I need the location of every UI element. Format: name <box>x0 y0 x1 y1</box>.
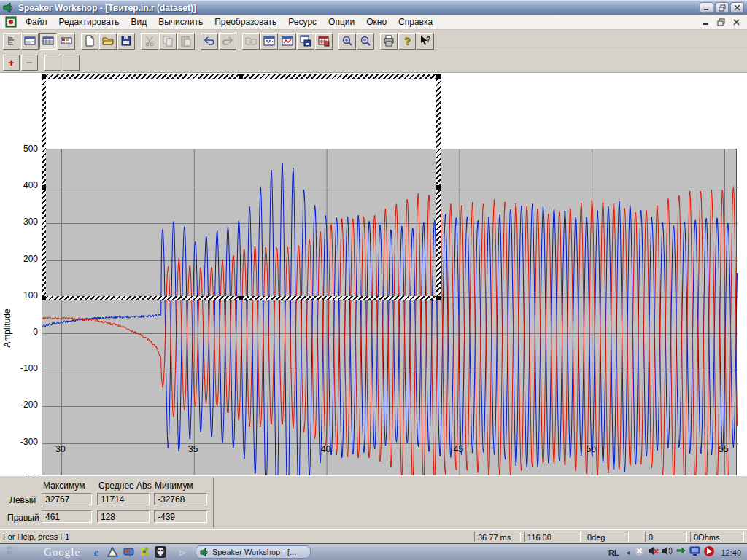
open-folder-icon <box>102 35 114 47</box>
stats-row-right-label: Правый <box>7 513 39 523</box>
selection-handle-sw[interactable] <box>42 296 46 300</box>
tray-display-icon[interactable] <box>689 545 700 559</box>
new-button[interactable] <box>81 33 98 50</box>
left-max-value: 32767 <box>42 493 92 505</box>
outline-view-button[interactable] <box>3 33 20 50</box>
export-chart-button[interactable] <box>315 33 333 50</box>
google-toolbar-label[interactable]: Google <box>44 546 80 559</box>
add-button[interactable]: + <box>3 55 20 71</box>
mdi-close-button[interactable] <box>729 16 743 28</box>
print-icon <box>383 35 395 47</box>
tray-offline-icon[interactable] <box>634 545 645 559</box>
dataset-document-icon[interactable] <box>5 16 17 28</box>
grid-view-button[interactable] <box>39 33 57 50</box>
copy-button[interactable] <box>159 33 177 50</box>
menu-calculate[interactable]: Вычислить <box>152 15 209 28</box>
y-tick-label: 500 <box>12 144 38 154</box>
redo-arrow-icon <box>222 35 233 47</box>
close-button[interactable] <box>730 2 744 13</box>
help-button[interactable]: ? <box>398 33 416 50</box>
save-floppy-icon <box>120 35 132 47</box>
y-tick-label: -300 <box>12 437 38 447</box>
open-button[interactable] <box>99 33 117 50</box>
blank-button-1[interactable] <box>44 55 61 71</box>
help-question-icon: ? <box>404 35 411 47</box>
dataset-view-button[interactable] <box>21 33 39 50</box>
cells-view-button[interactable] <box>58 33 75 50</box>
paste-clipboard-icon <box>180 35 192 47</box>
menu-help[interactable]: Справка <box>392 15 438 28</box>
tray-sync-icon[interactable] <box>676 545 686 559</box>
paste-button[interactable] <box>177 33 195 50</box>
zoom-out-button[interactable] <box>357 33 374 50</box>
delta-triangle-icon[interactable] <box>107 546 118 558</box>
tray-chevron-icon[interactable]: ◄ <box>625 549 632 556</box>
restore-button[interactable] <box>715 2 729 13</box>
selection-handle-se[interactable] <box>436 296 441 300</box>
status-value-pane: 116.00 <box>524 532 581 542</box>
selection-handle-n[interactable] <box>239 74 243 79</box>
y-axis-title: Amplitude <box>2 305 12 351</box>
plot-area[interactable] <box>42 149 737 516</box>
tray-muted-speaker-icon[interactable] <box>648 545 659 559</box>
task-button-label: Speaker Workshop - [... <box>212 548 296 556</box>
toolbar-overflow-arrow[interactable]: ▷ <box>179 548 185 556</box>
task-speaker-icon <box>200 548 209 557</box>
selection-handle-s[interactable] <box>239 296 243 300</box>
blank-button-2[interactable] <box>63 55 80 71</box>
new-document-icon <box>84 35 96 47</box>
undo-button[interactable] <box>201 33 218 50</box>
menu-window[interactable]: Окно <box>360 15 392 28</box>
chart-line-button[interactable] <box>279 33 296 50</box>
menu-options[interactable]: Опции <box>322 15 360 28</box>
screen: Speaker Workshop - [Твитер.in.r (dataset… <box>0 0 747 560</box>
copy-icon <box>162 35 174 47</box>
x-tick-label: 35 <box>179 444 208 454</box>
taskbar-clock[interactable]: 12:40 <box>721 548 741 557</box>
selection-handle-w[interactable] <box>42 185 46 190</box>
cut-button[interactable] <box>141 33 158 50</box>
menu-resource[interactable]: Ресурс <box>282 15 322 28</box>
selection-handle-e[interactable] <box>436 185 441 190</box>
y-tick-label: 200 <box>12 254 38 264</box>
selection-handle-ne[interactable] <box>436 74 441 79</box>
context-help-button[interactable]: ? <box>417 33 434 50</box>
zoom-in-button[interactable] <box>338 33 356 50</box>
start-button[interactable] <box>6 545 19 559</box>
redo-button[interactable] <box>219 33 236 50</box>
svg-text:?: ? <box>426 36 430 44</box>
tray-volume-icon[interactable] <box>662 545 673 559</box>
y-tick-label: 0 <box>12 327 38 337</box>
y-tick-label: -100 <box>12 363 38 373</box>
task-button-speaker-workshop[interactable]: Speaker Workshop - [... <box>196 545 311 559</box>
stats-header-max: Максимум <box>43 481 85 491</box>
selection-handle-nw[interactable] <box>42 74 46 79</box>
messenger-icon[interactable] <box>123 546 134 558</box>
save-button[interactable] <box>117 33 135 50</box>
status-zero-pane: 0 <box>645 532 687 542</box>
left-avg-value: 11714 <box>97 493 150 505</box>
stats-header-min: Минимум <box>155 481 193 491</box>
menu-transform[interactable]: Преобразовать <box>209 15 282 28</box>
menu-edit[interactable]: Редактировать <box>53 15 125 28</box>
language-indicator[interactable]: RL <box>605 548 622 558</box>
internet-explorer-icon[interactable]: e <box>90 546 102 558</box>
grid-view-icon <box>42 35 54 47</box>
icq-flower-icon[interactable] <box>139 546 150 558</box>
save-chart-icon <box>300 35 311 47</box>
tray-antivirus-icon[interactable] <box>703 545 715 560</box>
menu-view[interactable]: Вид <box>125 15 152 28</box>
chart-window-button[interactable] <box>260 33 278 50</box>
import-button[interactable] <box>242 33 260 50</box>
context-help-icon: ? <box>419 35 431 47</box>
print-button[interactable] <box>380 33 398 50</box>
menu-file[interactable]: Файл <box>20 15 53 28</box>
waveform-right-channel <box>43 187 738 488</box>
remove-button[interactable]: − <box>21 55 38 71</box>
mdi-minimize-button[interactable] <box>699 16 712 28</box>
skull-app-icon[interactable] <box>155 546 166 558</box>
save-chart-button[interactable] <box>297 33 314 50</box>
mdi-restore-button[interactable] <box>714 16 727 28</box>
status-ohms-pane: 0Ohms <box>690 532 744 542</box>
minimize-button[interactable] <box>700 2 713 13</box>
